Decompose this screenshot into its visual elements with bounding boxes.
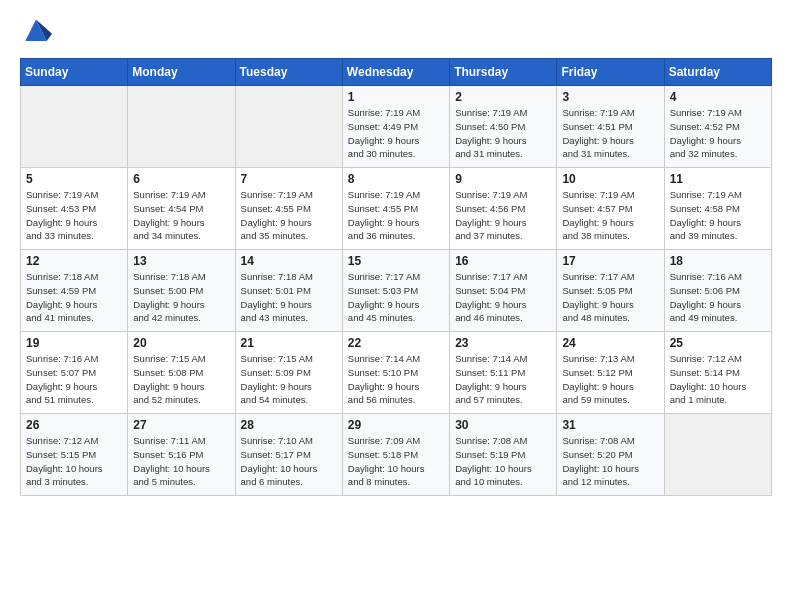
calendar-cell: 18Sunrise: 7:16 AM Sunset: 5:06 PM Dayli… [664, 250, 771, 332]
day-number: 27 [133, 418, 229, 432]
day-info: Sunrise: 7:19 AM Sunset: 4:55 PM Dayligh… [348, 188, 444, 243]
day-number: 8 [348, 172, 444, 186]
weekday-header: Thursday [450, 59, 557, 86]
day-info: Sunrise: 7:17 AM Sunset: 5:05 PM Dayligh… [562, 270, 658, 325]
day-number: 20 [133, 336, 229, 350]
day-number: 16 [455, 254, 551, 268]
day-number: 13 [133, 254, 229, 268]
calendar-cell: 12Sunrise: 7:18 AM Sunset: 4:59 PM Dayli… [21, 250, 128, 332]
calendar-cell: 24Sunrise: 7:13 AM Sunset: 5:12 PM Dayli… [557, 332, 664, 414]
calendar-cell: 5Sunrise: 7:19 AM Sunset: 4:53 PM Daylig… [21, 168, 128, 250]
day-info: Sunrise: 7:09 AM Sunset: 5:18 PM Dayligh… [348, 434, 444, 489]
day-number: 22 [348, 336, 444, 350]
logo [20, 16, 56, 48]
day-info: Sunrise: 7:19 AM Sunset: 4:58 PM Dayligh… [670, 188, 766, 243]
day-info: Sunrise: 7:18 AM Sunset: 5:00 PM Dayligh… [133, 270, 229, 325]
day-info: Sunrise: 7:14 AM Sunset: 5:10 PM Dayligh… [348, 352, 444, 407]
day-info: Sunrise: 7:19 AM Sunset: 4:53 PM Dayligh… [26, 188, 122, 243]
calendar-week-row: 26Sunrise: 7:12 AM Sunset: 5:15 PM Dayli… [21, 414, 772, 496]
calendar-cell: 21Sunrise: 7:15 AM Sunset: 5:09 PM Dayli… [235, 332, 342, 414]
day-info: Sunrise: 7:19 AM Sunset: 4:54 PM Dayligh… [133, 188, 229, 243]
day-number: 25 [670, 336, 766, 350]
day-info: Sunrise: 7:19 AM Sunset: 4:50 PM Dayligh… [455, 106, 551, 161]
day-number: 4 [670, 90, 766, 104]
calendar-cell: 25Sunrise: 7:12 AM Sunset: 5:14 PM Dayli… [664, 332, 771, 414]
calendar-cell: 16Sunrise: 7:17 AM Sunset: 5:04 PM Dayli… [450, 250, 557, 332]
calendar-cell: 1Sunrise: 7:19 AM Sunset: 4:49 PM Daylig… [342, 86, 449, 168]
calendar-cell [664, 414, 771, 496]
calendar-cell: 26Sunrise: 7:12 AM Sunset: 5:15 PM Dayli… [21, 414, 128, 496]
calendar-cell: 8Sunrise: 7:19 AM Sunset: 4:55 PM Daylig… [342, 168, 449, 250]
day-info: Sunrise: 7:15 AM Sunset: 5:09 PM Dayligh… [241, 352, 337, 407]
day-number: 30 [455, 418, 551, 432]
day-number: 28 [241, 418, 337, 432]
weekday-header: Monday [128, 59, 235, 86]
calendar-cell: 15Sunrise: 7:17 AM Sunset: 5:03 PM Dayli… [342, 250, 449, 332]
day-number: 2 [455, 90, 551, 104]
day-info: Sunrise: 7:19 AM Sunset: 4:51 PM Dayligh… [562, 106, 658, 161]
day-number: 11 [670, 172, 766, 186]
calendar-cell: 30Sunrise: 7:08 AM Sunset: 5:19 PM Dayli… [450, 414, 557, 496]
weekday-header: Saturday [664, 59, 771, 86]
day-info: Sunrise: 7:17 AM Sunset: 5:03 PM Dayligh… [348, 270, 444, 325]
calendar-cell: 20Sunrise: 7:15 AM Sunset: 5:08 PM Dayli… [128, 332, 235, 414]
day-number: 18 [670, 254, 766, 268]
day-number: 10 [562, 172, 658, 186]
day-number: 21 [241, 336, 337, 350]
day-number: 31 [562, 418, 658, 432]
calendar-cell: 31Sunrise: 7:08 AM Sunset: 5:20 PM Dayli… [557, 414, 664, 496]
day-number: 6 [133, 172, 229, 186]
day-number: 14 [241, 254, 337, 268]
calendar-week-row: 5Sunrise: 7:19 AM Sunset: 4:53 PM Daylig… [21, 168, 772, 250]
day-number: 1 [348, 90, 444, 104]
day-number: 15 [348, 254, 444, 268]
header [20, 16, 772, 48]
calendar-cell: 4Sunrise: 7:19 AM Sunset: 4:52 PM Daylig… [664, 86, 771, 168]
day-info: Sunrise: 7:16 AM Sunset: 5:07 PM Dayligh… [26, 352, 122, 407]
day-info: Sunrise: 7:19 AM Sunset: 4:55 PM Dayligh… [241, 188, 337, 243]
day-info: Sunrise: 7:08 AM Sunset: 5:20 PM Dayligh… [562, 434, 658, 489]
day-info: Sunrise: 7:18 AM Sunset: 5:01 PM Dayligh… [241, 270, 337, 325]
day-info: Sunrise: 7:19 AM Sunset: 4:52 PM Dayligh… [670, 106, 766, 161]
day-number: 17 [562, 254, 658, 268]
day-info: Sunrise: 7:10 AM Sunset: 5:17 PM Dayligh… [241, 434, 337, 489]
calendar-cell: 29Sunrise: 7:09 AM Sunset: 5:18 PM Dayli… [342, 414, 449, 496]
day-info: Sunrise: 7:13 AM Sunset: 5:12 PM Dayligh… [562, 352, 658, 407]
day-number: 24 [562, 336, 658, 350]
day-info: Sunrise: 7:14 AM Sunset: 5:11 PM Dayligh… [455, 352, 551, 407]
calendar-cell [128, 86, 235, 168]
day-info: Sunrise: 7:11 AM Sunset: 5:16 PM Dayligh… [133, 434, 229, 489]
calendar-cell: 2Sunrise: 7:19 AM Sunset: 4:50 PM Daylig… [450, 86, 557, 168]
calendar-table: SundayMondayTuesdayWednesdayThursdayFrid… [20, 58, 772, 496]
calendar-cell: 19Sunrise: 7:16 AM Sunset: 5:07 PM Dayli… [21, 332, 128, 414]
day-info: Sunrise: 7:19 AM Sunset: 4:49 PM Dayligh… [348, 106, 444, 161]
weekday-header-row: SundayMondayTuesdayWednesdayThursdayFrid… [21, 59, 772, 86]
weekday-header: Tuesday [235, 59, 342, 86]
calendar-cell: 10Sunrise: 7:19 AM Sunset: 4:57 PM Dayli… [557, 168, 664, 250]
day-info: Sunrise: 7:17 AM Sunset: 5:04 PM Dayligh… [455, 270, 551, 325]
calendar-cell: 28Sunrise: 7:10 AM Sunset: 5:17 PM Dayli… [235, 414, 342, 496]
day-info: Sunrise: 7:12 AM Sunset: 5:14 PM Dayligh… [670, 352, 766, 407]
calendar-cell: 13Sunrise: 7:18 AM Sunset: 5:00 PM Dayli… [128, 250, 235, 332]
day-number: 23 [455, 336, 551, 350]
calendar-cell: 14Sunrise: 7:18 AM Sunset: 5:01 PM Dayli… [235, 250, 342, 332]
day-number: 19 [26, 336, 122, 350]
calendar-cell: 6Sunrise: 7:19 AM Sunset: 4:54 PM Daylig… [128, 168, 235, 250]
calendar-cell: 23Sunrise: 7:14 AM Sunset: 5:11 PM Dayli… [450, 332, 557, 414]
day-info: Sunrise: 7:12 AM Sunset: 5:15 PM Dayligh… [26, 434, 122, 489]
calendar-cell: 27Sunrise: 7:11 AM Sunset: 5:16 PM Dayli… [128, 414, 235, 496]
day-info: Sunrise: 7:18 AM Sunset: 4:59 PM Dayligh… [26, 270, 122, 325]
day-number: 7 [241, 172, 337, 186]
calendar-week-row: 19Sunrise: 7:16 AM Sunset: 5:07 PM Dayli… [21, 332, 772, 414]
day-number: 26 [26, 418, 122, 432]
day-number: 9 [455, 172, 551, 186]
calendar-week-row: 1Sunrise: 7:19 AM Sunset: 4:49 PM Daylig… [21, 86, 772, 168]
calendar-cell: 11Sunrise: 7:19 AM Sunset: 4:58 PM Dayli… [664, 168, 771, 250]
calendar-cell: 3Sunrise: 7:19 AM Sunset: 4:51 PM Daylig… [557, 86, 664, 168]
day-info: Sunrise: 7:15 AM Sunset: 5:08 PM Dayligh… [133, 352, 229, 407]
day-number: 5 [26, 172, 122, 186]
calendar-cell [235, 86, 342, 168]
day-info: Sunrise: 7:16 AM Sunset: 5:06 PM Dayligh… [670, 270, 766, 325]
weekday-header: Friday [557, 59, 664, 86]
calendar-cell [21, 86, 128, 168]
